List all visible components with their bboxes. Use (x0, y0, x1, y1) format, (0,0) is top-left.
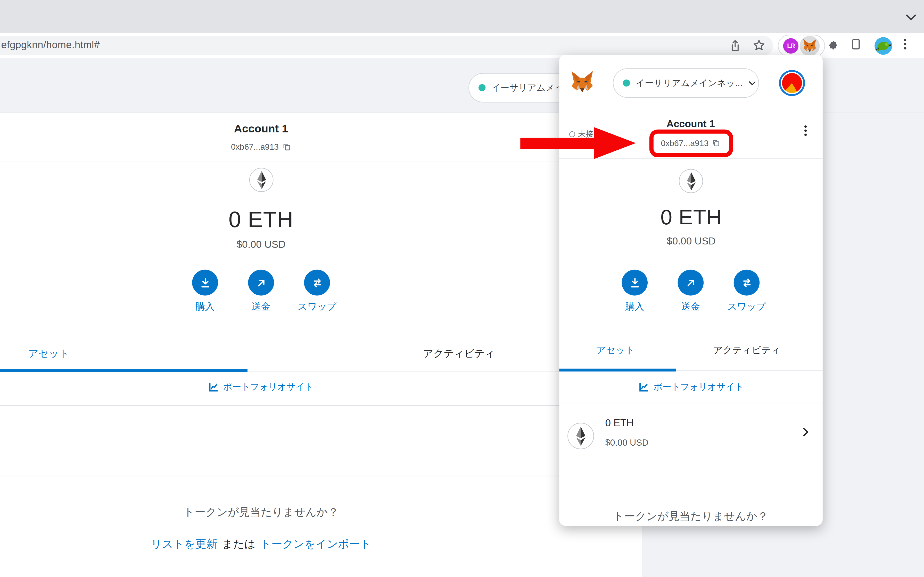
network-status-dot (478, 84, 485, 91)
send-icon (248, 270, 274, 296)
account-menu-icon[interactable] (804, 126, 807, 136)
portfolio-chart-icon (208, 382, 219, 392)
network-label: イーサリアムメイ (491, 82, 564, 93)
network-status-dot (623, 80, 630, 87)
empty-state-conjunction: または (222, 536, 255, 551)
send-button[interactable]: 送金 (666, 270, 716, 313)
token-amount: 0 ETH (605, 417, 633, 429)
connection-status[interactable]: 未接 (569, 129, 593, 140)
copy-icon[interactable] (282, 142, 291, 151)
connection-status-dot (569, 131, 575, 137)
tab-activity[interactable]: アクティビティ (423, 347, 495, 360)
lr-extension-icon[interactable]: LR (783, 39, 798, 53)
copy-icon[interactable] (712, 139, 720, 147)
active-tab-indicator (0, 369, 247, 372)
extensions-puzzle-icon[interactable] (827, 40, 838, 51)
chevron-down-icon[interactable] (904, 10, 918, 24)
sidebar-icon[interactable] (852, 39, 860, 50)
swap-button[interactable]: スワップ (292, 270, 342, 313)
tab-assets[interactable]: アセット (596, 344, 635, 357)
eth-logo-icon (679, 169, 703, 193)
share-icon[interactable] (730, 40, 741, 52)
address-bar[interactable] (0, 36, 773, 55)
eth-logo-icon (249, 168, 273, 192)
send-icon (678, 270, 704, 296)
send-button[interactable]: 送金 (236, 270, 286, 313)
browser-menu-icon[interactable] (904, 39, 906, 50)
browser-tab-strip (0, 0, 924, 33)
account-avatar[interactable] (779, 70, 805, 96)
balance-amount: 0 ETH (143, 207, 379, 233)
balance-fiat: $0.00 USD (573, 235, 809, 247)
token-row[interactable]: 0 ETH $0.00 USD (559, 403, 823, 472)
metamask-logo-icon (570, 71, 594, 93)
network-selector-popup[interactable]: イーサリアムメインネッ... (613, 68, 759, 98)
portfolio-chart-icon (639, 382, 649, 392)
chevron-down-icon (748, 79, 756, 87)
account-name[interactable]: Account 1 (632, 118, 750, 130)
token-fiat: $0.00 USD (605, 437, 648, 447)
metamask-popup: イーサリアムメインネッ... 未接 Account 1 0xb67...a913 (559, 55, 823, 526)
balance-amount: 0 ETH (573, 205, 809, 229)
refresh-list-link[interactable]: リストを更新 (151, 536, 217, 551)
screen: efgpgknn/home.html# LR (0, 0, 924, 577)
portfolio-link[interactable]: ポートフォリオサイト (573, 382, 809, 393)
import-tokens-link[interactable]: トークンをインポート (260, 536, 371, 551)
active-tab-indicator (559, 369, 676, 371)
tab-activity[interactable]: アクティビティ (713, 344, 781, 357)
swap-icon (304, 270, 330, 296)
chevron-right-icon (801, 427, 810, 437)
portfolio-link[interactable]: ポートフォリオサイト (143, 382, 379, 393)
buy-icon (622, 270, 648, 296)
empty-state-links: リストを更新 または トークンをインポート (84, 536, 438, 551)
profile-avatar[interactable] (874, 37, 892, 55)
metamask-extension-icon[interactable] (803, 39, 817, 53)
swap-icon (734, 270, 760, 296)
empty-state-question: トークンが見当たりませんか？ (573, 509, 809, 524)
account-name[interactable]: Account 1 (143, 122, 379, 135)
empty-state-question: トークンが見当たりませんか？ (84, 504, 438, 519)
balance-fiat: $0.00 USD (143, 239, 379, 251)
url-text[interactable]: efgpgknn/home.html# (1, 39, 100, 51)
account-header-divider (0, 161, 642, 161)
buy-button[interactable]: 購入 (180, 270, 230, 313)
network-label: イーサリアムメインネッ... (636, 77, 743, 89)
account-row-divider (559, 158, 823, 159)
swap-button[interactable]: スワップ (722, 270, 771, 313)
bookmark-star-icon[interactable] (753, 39, 765, 51)
account-address[interactable]: 0xb67...a913 (143, 142, 379, 152)
buy-icon (192, 270, 218, 296)
token-area-top-divider (0, 405, 642, 406)
eth-logo-icon (567, 423, 594, 449)
tab-assets[interactable]: アセット (28, 347, 69, 360)
buy-button[interactable]: 購入 (610, 270, 659, 313)
account-address[interactable]: 0xb67...a913 (632, 138, 750, 148)
token-area-bottom-divider (0, 476, 642, 476)
